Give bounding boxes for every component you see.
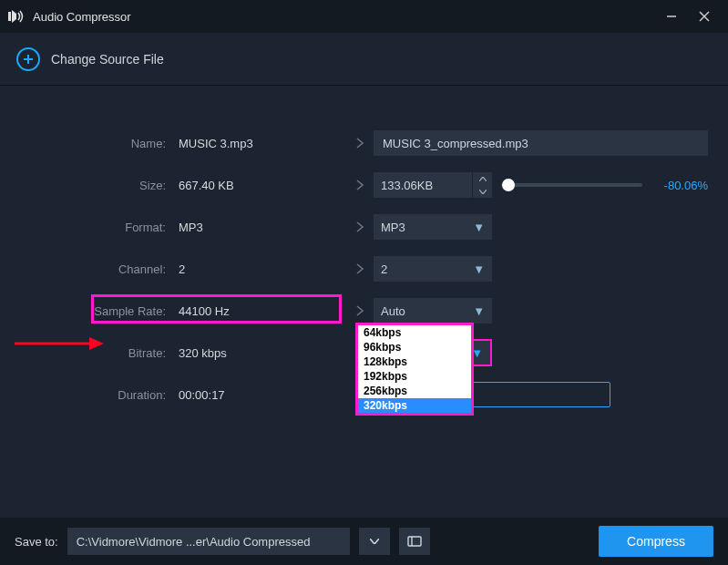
channel-selected: 2: [381, 262, 473, 276]
caret-down-icon: ▼: [473, 221, 485, 234]
name-label: Name:: [18, 137, 173, 150]
chevron-right-icon: [346, 137, 374, 149]
size-percent: -80.06%: [653, 179, 708, 192]
bitrate-option-selected[interactable]: 320kbps: [358, 398, 471, 413]
sample-rate-selected: Auto: [381, 304, 473, 318]
bitrate-label: Bitrate:: [18, 346, 173, 360]
row-format: Format: MP3 MP3 ▼: [18, 206, 710, 248]
main-form: Name: MUSIC 3.mp3 Size: 667.40 KB 133.06…: [0, 86, 728, 416]
chevron-right-icon: [346, 179, 374, 191]
svg-marker-1: [12, 10, 16, 23]
title-bar: Audio Compressor: [0, 0, 728, 33]
format-dropdown[interactable]: MP3 ▼: [374, 214, 492, 240]
size-step-down-icon[interactable]: [473, 185, 492, 198]
change-source-label[interactable]: Change Source File: [51, 52, 164, 67]
row-size: Size: 667.40 KB 133.06KB -80.06%: [18, 164, 710, 206]
chevron-right-icon: [346, 304, 374, 317]
bitrate-option[interactable]: 96kbps: [358, 340, 471, 354]
channel-dropdown[interactable]: 2 ▼: [374, 256, 492, 282]
duration-value: 00:00:17: [173, 374, 346, 416]
minimize-button[interactable]: [655, 0, 688, 33]
size-step-up-icon[interactable]: [473, 172, 492, 185]
channel-label: Channel:: [18, 262, 173, 276]
caret-down-icon: ▼: [473, 262, 485, 276]
save-to-label: Save to:: [15, 535, 58, 549]
sample-rate-dropdown[interactable]: Auto ▼: [374, 298, 492, 324]
format-label: Format:: [18, 221, 173, 234]
bitrate-option[interactable]: 128kbps: [358, 354, 471, 369]
output-size-value: 133.06KB: [374, 179, 472, 192]
format-selected: MP3: [381, 221, 473, 234]
output-name-input[interactable]: [374, 130, 708, 156]
compress-button-label: Compress: [627, 534, 685, 549]
name-original: MUSIC 3.mp3: [173, 122, 346, 164]
sample-rate-label: Sample Rate:: [18, 304, 173, 318]
svg-rect-0: [8, 12, 11, 21]
format-original: MP3: [173, 206, 346, 248]
row-name: Name: MUSIC 3.mp3: [18, 122, 710, 164]
compress-button[interactable]: Compress: [599, 526, 713, 557]
save-path-dropdown-button[interactable]: [359, 528, 390, 555]
save-path-input[interactable]: [67, 528, 350, 555]
size-slider-thumb[interactable]: [502, 179, 515, 191]
add-source-icon[interactable]: [16, 47, 40, 71]
chevron-right-icon: [346, 221, 374, 233]
open-folder-button[interactable]: [399, 528, 430, 555]
bitrate-option[interactable]: 192kbps: [358, 369, 471, 384]
close-button[interactable]: [688, 0, 721, 33]
caret-down-icon: ▼: [473, 304, 485, 318]
duration-label: Duration:: [18, 388, 173, 402]
app-title: Audio Compressor: [33, 10, 131, 24]
bottom-bar: Save to: Compress: [0, 518, 728, 565]
channel-original: 2: [173, 248, 346, 290]
svg-rect-9: [408, 537, 421, 546]
size-original: 667.40 KB: [173, 164, 346, 206]
bitrate-option[interactable]: 64kbps: [358, 325, 471, 340]
output-size-spinbox[interactable]: 133.06KB: [374, 172, 492, 198]
row-channel: Channel: 2 2 ▼: [18, 248, 710, 290]
size-slider[interactable]: [501, 183, 642, 187]
bitrate-original: 320 kbps: [173, 332, 346, 374]
app-icon: [7, 7, 26, 26]
size-label: Size:: [18, 179, 173, 192]
sample-rate-original: 44100 Hz: [173, 290, 346, 332]
source-bar: Change Source File: [0, 33, 728, 86]
chevron-right-icon: [346, 262, 374, 275]
bitrate-option[interactable]: 256kbps: [358, 384, 471, 398]
bitrate-dropdown-list: 64kbps 96kbps 128kbps 192kbps 256kbps 32…: [355, 323, 474, 416]
